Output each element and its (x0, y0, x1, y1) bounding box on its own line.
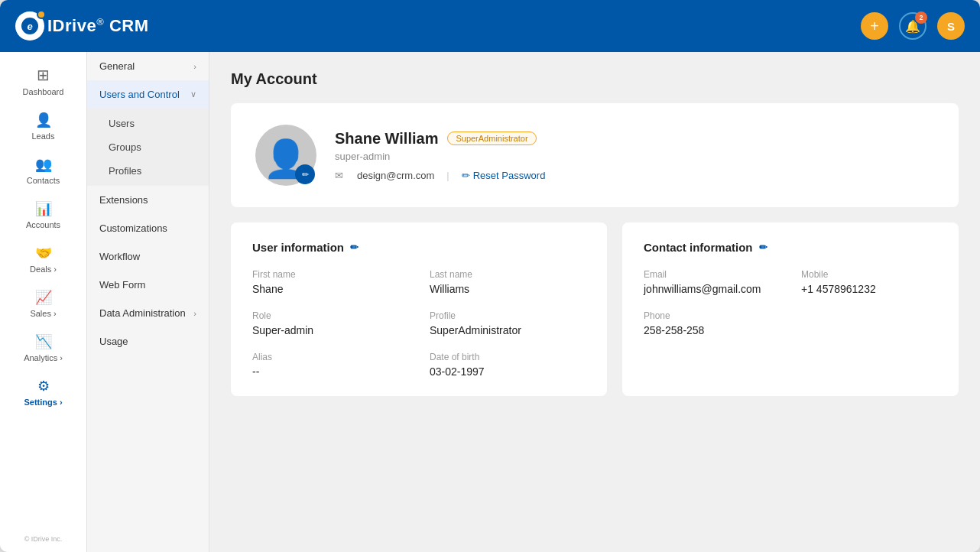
subnav-subitem-groups[interactable]: Groups (87, 135, 209, 159)
profile-info: Shane William SuperAdministrator super-a… (335, 130, 934, 181)
contacts-icon: 👥 (35, 156, 52, 173)
field-label-first-name: First name (252, 269, 408, 280)
field-value-mobile: +1 4578961232 (801, 283, 937, 295)
user-info-fields: First name Shane Last name Williams Role… (252, 269, 586, 378)
email-icon: ✉ (335, 170, 343, 181)
profile-name-row: Shane William SuperAdministrator (335, 130, 934, 148)
chevron-right-icon: › (193, 62, 196, 71)
subnav-item-data-admin[interactable]: Data Administration › (87, 299, 209, 327)
reset-password-link[interactable]: ✏ Reset Password (462, 170, 546, 181)
subnav-item-customizations[interactable]: Customizations (87, 214, 209, 242)
accounts-icon: 📊 (35, 200, 52, 217)
field-value-first-name: Shane (252, 283, 408, 295)
separator: | (446, 170, 449, 181)
topbar-right: + 🔔 2 S (861, 12, 965, 40)
topbar: IDrive® CRM + 🔔 2 S (0, 0, 980, 52)
plus-icon: + (870, 18, 879, 34)
sidebar-item-accounts[interactable]: 📊 Accounts (0, 193, 86, 237)
sidebar-item-deals[interactable]: 🤝 Deals › (0, 237, 86, 281)
field-first-name: First name Shane (252, 269, 408, 295)
user-menu-button[interactable]: S (937, 12, 965, 40)
field-value-profile: SuperAdministrator (430, 324, 586, 336)
subnav-label-users-and-control: Users and Control (99, 89, 180, 100)
subnav-item-web-form[interactable]: Web Form (87, 271, 209, 299)
sidebar-label-dashboard: Dashboard (23, 87, 64, 96)
subnav: General › Users and Control ∨ Users Grou… (87, 52, 209, 552)
field-role: Role Super-admin (252, 310, 408, 336)
avatar-edit-button[interactable]: ✏ (295, 164, 315, 184)
sidebar-item-contacts[interactable]: 👥 Contacts (0, 148, 86, 193)
subnav-sub-users-and-control: Users Groups Profiles (87, 109, 209, 186)
field-last-name: Last name Williams (430, 269, 586, 295)
subnav-item-workflow[interactable]: Workflow (87, 242, 209, 271)
sidebar-item-leads[interactable]: 👤 Leads (0, 104, 86, 148)
user-info-title: User information ✏ (252, 241, 586, 254)
profile-card: 👤 ✏ Shane William SuperAdministrator sup… (231, 103, 959, 207)
info-row: User information ✏ First name Shane Last… (231, 222, 959, 396)
logo: IDrive® CRM (15, 11, 148, 41)
sidebar-item-settings[interactable]: ⚙ Settings › (0, 370, 86, 414)
subnav-label-general: General (99, 60, 135, 72)
main-content: My Account 👤 ✏ Shane William SuperAdmini… (209, 52, 980, 552)
sidebar-item-sales[interactable]: 📈 Sales › (0, 281, 86, 326)
profile-email: design@crm.com (357, 170, 434, 181)
sidebar-label-accounts: Accounts (26, 220, 60, 229)
user-info-card: User information ✏ First name Shane Last… (231, 222, 607, 396)
sidebar-label-leads: Leads (32, 132, 55, 141)
notification-badge: 2 (915, 11, 927, 24)
sales-icon: 📈 (35, 289, 52, 306)
field-label-mobile: Mobile (801, 269, 937, 280)
subnav-item-usage[interactable]: Usage (87, 327, 209, 356)
subnav-label-extensions: Extensions (99, 194, 148, 206)
field-label-email: Email (644, 269, 780, 280)
notifications-button[interactable]: 🔔 2 (899, 12, 926, 40)
subnav-label-customizations: Customizations (99, 222, 167, 234)
field-phone: Phone 258-258-258 (644, 310, 780, 336)
field-value-role: Super-admin (252, 324, 408, 336)
pencil-icon: ✏ (302, 170, 309, 180)
user-info-edit-icon[interactable]: ✏ (350, 242, 359, 253)
field-value-dob: 03-02-1997 (430, 365, 586, 378)
subnav-label-web-form: Web Form (99, 279, 145, 291)
deals-icon: 🤝 (35, 245, 52, 261)
field-label-last-name: Last name (430, 269, 586, 280)
subnav-subitem-users[interactable]: Users (87, 112, 209, 135)
app-window: IDrive® CRM + 🔔 2 S ⊞ Dashboard 👤 (0, 0, 980, 552)
logo-inner (21, 18, 38, 34)
sidebar-item-dashboard[interactable]: ⊞ Dashboard (0, 58, 86, 104)
logo-icon (15, 11, 44, 41)
dashboard-icon: ⊞ (37, 66, 50, 84)
sidebar-item-analytics[interactable]: 📉 Analytics › (0, 326, 86, 370)
sidebar-label-contacts: Contacts (27, 176, 60, 185)
settings-icon: ⚙ (37, 378, 50, 395)
subnav-item-general[interactable]: General › (87, 52, 209, 80)
sidebar: ⊞ Dashboard 👤 Leads 👥 Contacts 📊 Account… (0, 52, 87, 552)
field-label-role: Role (252, 310, 408, 321)
contact-info-card: Contact information ✏ Email johnwilliams… (622, 222, 959, 396)
analytics-icon: 📉 (35, 333, 52, 350)
subnav-subitem-profiles[interactable]: Profiles (87, 159, 209, 183)
contact-info-edit-icon[interactable]: ✏ (759, 242, 767, 253)
field-email: Email johnwilliams@gmail.com (644, 269, 780, 295)
user-initial: S (947, 20, 955, 33)
field-label-dob: Date of birth (430, 352, 586, 362)
subnav-label-workflow: Workflow (99, 251, 140, 262)
add-button[interactable]: + (861, 12, 888, 40)
edit-icon: ✏ (462, 170, 470, 181)
contact-info-fields: Email johnwilliams@gmail.com Mobile +1 4… (644, 269, 937, 336)
profile-username: super-admin (335, 151, 934, 162)
sidebar-label-analytics: Analytics › (24, 353, 63, 362)
chevron-right-icon-data-admin: › (193, 309, 196, 318)
avatar-wrapper: 👤 ✏ (255, 125, 316, 186)
leads-icon: 👤 (35, 112, 52, 128)
field-label-profile: Profile (430, 310, 586, 321)
profile-role-badge: SuperAdministrator (447, 132, 536, 145)
field-label-phone: Phone (644, 310, 780, 321)
logo-text: IDrive® CRM (47, 16, 148, 36)
field-value-phone: 258-258-258 (644, 324, 780, 336)
subnav-item-extensions[interactable]: Extensions (87, 186, 209, 214)
field-label-alias: Alias (252, 352, 408, 362)
chevron-down-icon: ∨ (190, 89, 196, 99)
subnav-item-users-and-control[interactable]: Users and Control ∨ (87, 80, 209, 109)
sidebar-label-settings: Settings › (24, 398, 62, 407)
